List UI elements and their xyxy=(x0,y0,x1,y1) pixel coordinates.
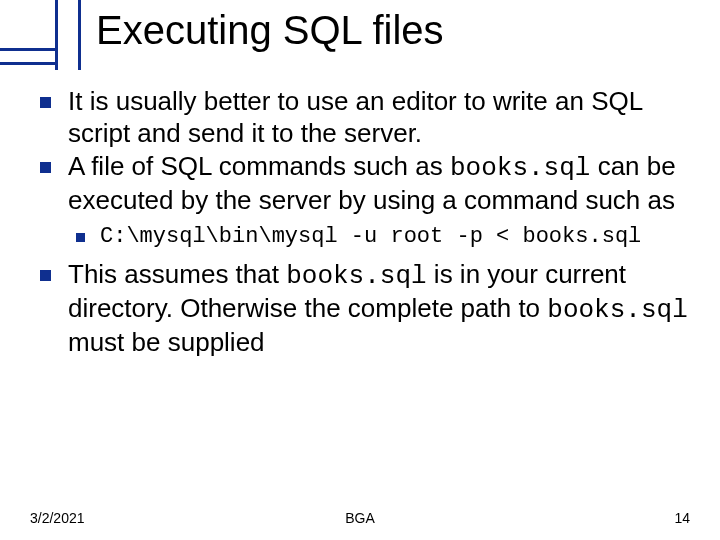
sub-bullet-list: C:\mysql\bin\mysql -u root -p < books.sq… xyxy=(68,223,696,252)
footer-page: 14 xyxy=(674,510,690,526)
bullet-2-code: books.sql xyxy=(450,153,590,183)
bullet-3-text-c: must be supplied xyxy=(68,327,265,357)
bullet-2: A file of SQL commands such as books.sql… xyxy=(32,151,696,251)
decor-line-h1 xyxy=(0,48,55,51)
bullet-1-text: It is usually better to use an editor to… xyxy=(68,86,642,148)
sub-bullet-1-text: C:\mysql\bin\mysql -u root -p < books.sq… xyxy=(100,224,641,249)
decor-line-v1 xyxy=(55,0,58,70)
slide-title: Executing SQL files xyxy=(96,8,444,53)
bullet-list: It is usually better to use an editor to… xyxy=(32,86,696,359)
bullet-2-text-a: A file of SQL commands such as xyxy=(68,151,450,181)
footer-center: BGA xyxy=(0,510,720,526)
decor-line-h2 xyxy=(0,62,55,65)
bullet-3: This assumes that books.sql is in your c… xyxy=(32,259,696,358)
sub-bullet-1: C:\mysql\bin\mysql -u root -p < books.sq… xyxy=(68,223,696,252)
slide-body: It is usually better to use an editor to… xyxy=(32,86,696,361)
bullet-3-text-a: This assumes that xyxy=(68,259,286,289)
decor-line-v2 xyxy=(78,0,81,70)
bullet-1: It is usually better to use an editor to… xyxy=(32,86,696,149)
bullet-3-code1: books.sql xyxy=(286,261,426,291)
bullet-3-code2: books.sql xyxy=(547,295,687,325)
slide: Executing SQL files It is usually better… xyxy=(0,0,720,540)
